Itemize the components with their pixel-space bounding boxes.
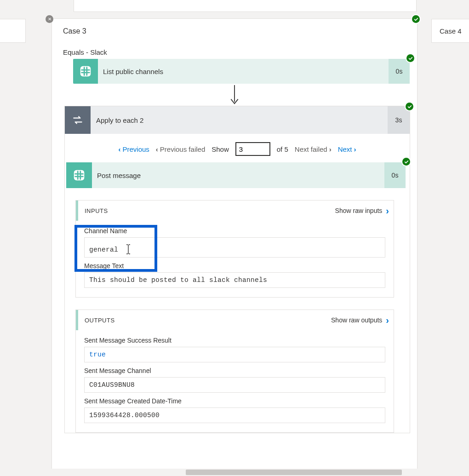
case-tab-right[interactable]: Case 4: [431, 19, 469, 43]
text-cursor-icon: [126, 244, 131, 256]
loop-header[interactable]: Apply to each 2 3s: [65, 106, 410, 134]
pager-previous[interactable]: ‹Previous: [118, 145, 149, 153]
duration-badge: 3s: [388, 106, 410, 134]
field-value[interactable]: general: [84, 237, 385, 258]
horizontal-scrollbar[interactable]: [0, 469, 469, 476]
pager-show-label: Show: [212, 145, 229, 153]
pager-of-label: of 5: [277, 145, 288, 153]
step-label: Post message: [92, 162, 384, 188]
case-card: ✕ Case 3 Equals - Slack List public chan…: [51, 18, 418, 476]
scrollbar-thumb[interactable]: [186, 470, 402, 475]
check-icon: [406, 103, 413, 110]
field-label: Sent Message Created Date-Time: [84, 397, 385, 405]
pager-current-input[interactable]: [235, 142, 270, 156]
field-value[interactable]: 1599364428.000500: [84, 407, 385, 423]
show-raw-outputs-link[interactable]: Show raw outputs›: [331, 315, 389, 326]
field-message-text: Message Text This should be posted to al…: [84, 262, 385, 288]
field-channel: Sent Message Channel C01AUS9BNU8: [84, 367, 385, 393]
field-label: Message Text: [84, 262, 385, 270]
loop-pager: ‹Previous ‹Previous failed Show of 5 Nex…: [65, 134, 410, 162]
outputs-heading: OUTPUTS: [85, 317, 115, 324]
svg-rect-2: [74, 170, 85, 181]
field-label: Sent Message Success Result: [84, 337, 385, 344]
field-channel-name: Channel Name general: [84, 227, 385, 258]
loop-label: Apply to each 2: [91, 106, 388, 134]
pager-previous-failed[interactable]: ‹Previous failed: [156, 145, 205, 153]
case4-label: Case 4: [440, 27, 462, 35]
slack-icon: [66, 162, 92, 188]
field-label: Sent Message Channel: [84, 367, 385, 374]
check-icon: [402, 158, 410, 166]
duration-badge: 0s: [389, 59, 410, 84]
outputs-header: OUTPUTS Show raw outputs›: [76, 310, 394, 330]
step-post-message[interactable]: Post message 0s: [66, 162, 406, 188]
check-icon: [412, 15, 420, 23]
field-value[interactable]: true: [84, 347, 385, 362]
loop-card: Apply to each 2 3s ‹Previous ‹Previous f…: [64, 106, 410, 433]
condition-label: Equals - Slack: [52, 35, 417, 56]
pager-next-failed[interactable]: Next failed›: [295, 145, 332, 153]
pager-next[interactable]: Next›: [338, 145, 356, 153]
case-title: Case 3: [52, 19, 417, 35]
inputs-panel: INPUTS Show raw inputs› Channel Name gen…: [75, 200, 394, 298]
inputs-header: INPUTS Show raw inputs›: [76, 201, 394, 221]
field-label: Channel Name: [84, 227, 385, 235]
duration-badge: 0s: [384, 162, 406, 188]
field-success: Sent Message Success Result true: [84, 337, 385, 362]
svg-rect-0: [80, 66, 91, 77]
slack-icon: [73, 59, 98, 84]
loop-icon: [65, 106, 91, 134]
step-list-channels[interactable]: List public channels 0s: [73, 59, 410, 84]
outputs-panel: OUTPUTS Show raw outputs› Sent Message S…: [75, 310, 394, 433]
field-value[interactable]: This should be posted to all slack chann…: [84, 272, 385, 288]
inputs-heading: INPUTS: [85, 207, 108, 214]
arrow-down-icon: [227, 84, 242, 106]
show-raw-inputs-link[interactable]: Show raw inputs›: [335, 206, 389, 216]
previous-case-partial: [74, 0, 417, 12]
field-value[interactable]: C01AUS9BNU8: [84, 377, 385, 393]
field-created: Sent Message Created Date-Time 159936442…: [84, 397, 385, 423]
case-tab-left[interactable]: [0, 19, 26, 43]
close-icon[interactable]: ✕: [46, 15, 53, 23]
step-label: List public channels: [98, 59, 389, 84]
check-icon: [406, 54, 414, 62]
